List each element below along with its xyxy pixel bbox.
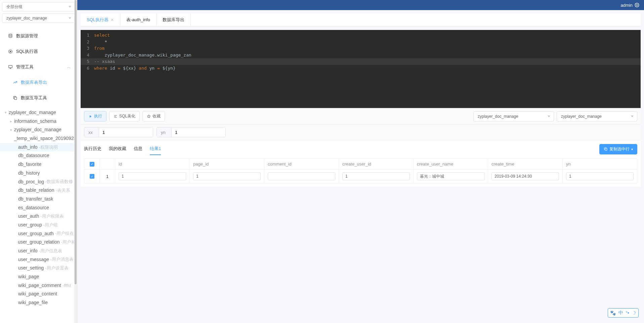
tree-node[interactable]: db_table_relation-表关系 [0,186,77,195]
cell [115,170,190,183]
tree-node[interactable]: user_setting-用户设置表 [0,264,77,273]
tree-node[interactable]: wiki_page_file [0,298,77,307]
button-label: 复制选中行 [609,146,630,152]
scrollbar-thumb[interactable] [75,0,77,284]
table-row[interactable]: ✓1 [84,170,637,183]
menu-export[interactable]: 数据库表导出 [0,75,77,90]
datasource-select[interactable]: zyplayer_doc_manage [2,13,75,23]
cell-input[interactable] [417,172,484,180]
column-header[interactable]: page_id [190,159,264,169]
tree-node[interactable]: auth_info-权限说明 [0,143,77,152]
cell-input[interactable] [491,172,559,180]
tree-node[interactable]: user_group_relation-用户和 [0,238,77,247]
svg-point-4 [636,4,638,6]
tab[interactable]: 数据库导出 [157,13,191,26]
favorite-button[interactable]: 收藏 [142,111,165,121]
play-icon [8,49,13,54]
close-icon[interactable]: ✕ [111,17,114,22]
tab[interactable]: SQL执行器✕ [81,13,120,26]
cell-input[interactable] [193,172,261,180]
tree-desc: -权限说明 [39,144,58,151]
tree-node[interactable]: user_group-用户组 [0,221,77,229]
param-input[interactable] [172,128,226,137]
tree-node[interactable]: db_datasource [0,151,77,160]
db-select-2[interactable]: zyplayer_doc_manage [557,111,637,121]
widget-item[interactable]: 中 [618,310,623,316]
cell-input[interactable] [268,172,335,180]
menu-sql-executor[interactable]: SQL执行器 [0,44,77,59]
user-name[interactable]: admin [621,3,633,8]
gear-icon[interactable] [635,3,639,7]
tree-label: wiki_page_content [18,290,57,298]
copy-icon [604,147,608,151]
column-header[interactable]: create_user_name [414,159,488,169]
column-header[interactable]: create_time [488,159,563,169]
svg-rect-2 [9,65,12,68]
widget-item[interactable]: ☽ [632,310,636,316]
tree-node[interactable]: wiki_page_content [0,290,77,298]
tree-node[interactable]: wiki_page [0,273,77,281]
result-tab[interactable]: 执行历史 [84,143,101,155]
table-header: ✓idpage_idcomment_idcreate_user_idcreate… [84,159,637,170]
tree-label: user_auth [18,213,39,220]
cell-input[interactable] [119,172,186,180]
code-line: select [94,32,641,39]
line-number: 1 [81,32,94,39]
cell-input[interactable] [342,172,410,180]
copy-icon [13,96,17,100]
tree-node[interactable]: _temp_wiki_space_20190923 [0,134,77,143]
group-select[interactable]: 全部分组 [2,2,75,11]
checkbox-header[interactable]: ✓ [84,159,100,169]
menu-import[interactable]: 数据互导工具 [0,90,77,106]
widget-item[interactable]: 🐾 [610,310,616,316]
float-widget[interactable]: 🐾中°•☽ [608,308,639,318]
tree-node[interactable]: user_auth-用户权限表 [0,212,77,221]
tree-node[interactable]: db_proc_log-数据库函数修 [0,178,77,186]
tree-node[interactable]: wiki_page_comment-ffffd [0,281,77,290]
tree-label: zyplayer_doc_manage [9,109,56,116]
param-input[interactable] [99,128,153,137]
db-select-1[interactable]: zyplayer_doc_manage [473,111,554,121]
code-line: -- xsaas [94,58,641,65]
toolbar: 执行 SQL美化 收藏 zyplayer_doc_manage zyplayer… [81,108,641,124]
tree-node[interactable]: ▸information_schema [0,117,77,126]
param-item: xx [84,127,153,137]
beautify-button[interactable]: SQL美化 [109,111,140,121]
menu-tools[interactable]: 管理工具 ︿ [0,59,77,75]
execute-button[interactable]: 执行 [84,111,106,121]
caret-icon: ▾ [10,127,14,133]
line-number: 2 [81,39,94,45]
copy-selected-button[interactable]: 复制选中行 ▾ [599,144,637,154]
tree-label: user_message [18,256,49,263]
column-header[interactable]: yn [563,159,637,169]
export-icon [13,80,17,85]
tree-node[interactable]: user_group_auth-用户组在 [0,229,77,238]
result-tab[interactable]: 结果1 [150,143,161,155]
tree-node[interactable]: db_favorite [0,160,77,169]
widget-item[interactable]: °• [626,310,630,316]
result-tabs: 执行历史我的收藏信息结果1 [84,143,161,155]
column-header[interactable]: comment_id [264,159,339,169]
tree-node[interactable]: user_message-用户消息表 [0,255,77,264]
tree-node[interactable]: user_info-用户信息表 [0,247,77,255]
tree-node[interactable]: db_transfer_task [0,195,77,204]
play-icon [88,114,92,118]
sql-editor[interactable]: 1select2 *3from4 zyplayer_doc_manage.wik… [81,30,641,108]
tree-label: wiki_page [18,273,39,281]
result-tab[interactable]: 我的收藏 [109,143,126,155]
row-checkbox[interactable]: ✓ [84,170,100,183]
tree-node[interactable]: db_history [0,169,77,178]
menu-datasource[interactable]: 数据源管理 [0,28,77,44]
row-index: 1 [100,170,115,183]
cell [339,170,414,183]
tree-node[interactable]: es_datasource [0,204,77,212]
tree-desc: -用户信息表 [39,248,62,254]
column-header[interactable]: id [115,159,190,169]
tree-node[interactable]: ▾zyplayer_doc_manage [0,125,77,134]
cell-input[interactable] [566,172,634,180]
column-header[interactable]: create_user_id [339,159,414,169]
scrollbar[interactable] [74,0,77,323]
tree-node[interactable]: ▾zyplayer_doc_manage [0,108,77,117]
result-tab[interactable]: 信息 [134,143,142,155]
tab[interactable]: 表-auth_info [120,13,157,26]
